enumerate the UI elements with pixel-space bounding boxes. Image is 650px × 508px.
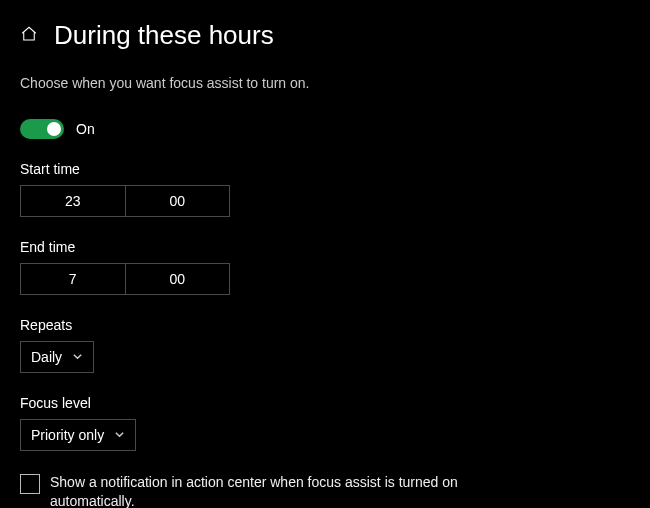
chevron-down-icon — [114, 427, 125, 443]
page-title: During these hours — [54, 20, 274, 51]
chevron-down-icon — [72, 349, 83, 365]
home-icon[interactable] — [20, 25, 38, 46]
repeats-label: Repeats — [20, 317, 630, 333]
notification-checkbox-row: Show a notification in action center whe… — [20, 473, 460, 508]
page-subtitle: Choose when you want focus assist to tur… — [20, 75, 630, 91]
focus-level-value: Priority only — [31, 427, 104, 443]
start-hour-box[interactable]: 23 — [20, 185, 126, 217]
repeats-group: Repeats Daily — [20, 317, 630, 373]
repeats-select[interactable]: Daily — [20, 341, 94, 373]
notification-checkbox[interactable] — [20, 474, 40, 494]
start-minute-box[interactable]: 00 — [126, 185, 231, 217]
start-time-picker[interactable]: 23 00 — [20, 185, 230, 217]
end-minute-box[interactable]: 00 — [126, 263, 231, 295]
toggle-state-label: On — [76, 121, 95, 137]
focus-assist-toggle-row: On — [20, 119, 630, 139]
focus-level-select[interactable]: Priority only — [20, 419, 136, 451]
focus-assist-toggle[interactable] — [20, 119, 64, 139]
repeats-value: Daily — [31, 349, 62, 365]
end-time-label: End time — [20, 239, 630, 255]
start-time-group: Start time 23 00 — [20, 161, 630, 217]
toggle-knob — [47, 122, 61, 136]
page-header: During these hours — [20, 20, 630, 51]
end-time-picker[interactable]: 7 00 — [20, 263, 230, 295]
focus-level-label: Focus level — [20, 395, 630, 411]
start-time-label: Start time — [20, 161, 630, 177]
end-hour-box[interactable]: 7 — [20, 263, 126, 295]
end-time-group: End time 7 00 — [20, 239, 630, 295]
focus-level-group: Focus level Priority only — [20, 395, 630, 451]
notification-checkbox-label: Show a notification in action center whe… — [50, 473, 460, 508]
